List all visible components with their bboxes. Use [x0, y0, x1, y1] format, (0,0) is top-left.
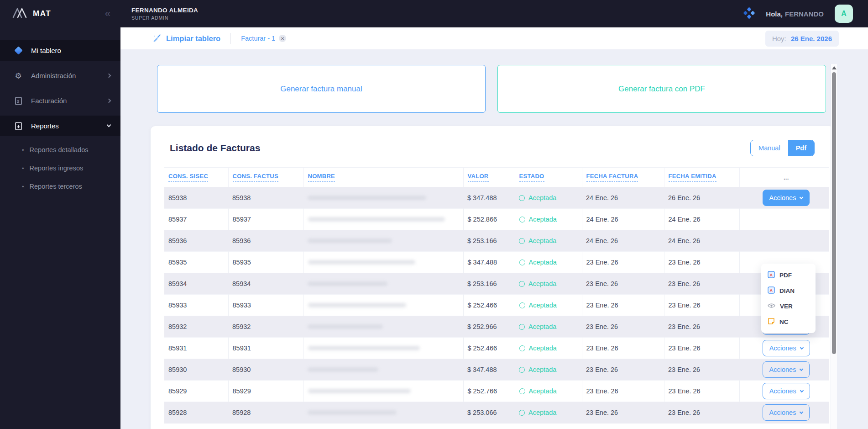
- cell-estado: Aceptada: [515, 381, 582, 402]
- cell-cons-sisec: 85938: [164, 187, 228, 209]
- row-actions-button[interactable]: Acciones: [763, 340, 810, 356]
- brand-name: MAT: [33, 9, 51, 18]
- chevron-down-icon: [800, 367, 803, 371]
- column-header-estado[interactable]: ESTADO: [515, 168, 582, 187]
- table-row: 8592985929$ 252.766Aceptada23 Ene. 2623 …: [164, 381, 829, 402]
- cell-actions: Acciones: [739, 187, 829, 209]
- redacted-name: [308, 303, 406, 307]
- column-header-fecha-emitida[interactable]: FECHA EMITIDA: [664, 168, 739, 187]
- sidebar-item-facturacion[interactable]: $Facturación: [0, 90, 120, 111]
- cell-cons-sisec: 85928: [164, 402, 228, 424]
- svg-text:$: $: [17, 99, 19, 104]
- cell-fecha-factura: 24 Ene. 26: [582, 230, 664, 252]
- column-header-fecha-factura[interactable]: FECHA FACTURA: [582, 168, 664, 187]
- scrollbar-thumb[interactable]: [832, 72, 836, 354]
- vertical-scrollbar[interactable]: [831, 64, 837, 429]
- cell-cons-sisec: 85932: [164, 316, 228, 338]
- column-header-cons-sisec[interactable]: CONS. SISEC: [164, 168, 228, 187]
- sidebar-item-mi-tablero[interactable]: Mi tablero: [0, 40, 120, 61]
- toggle-pdf-button[interactable]: Pdf: [788, 140, 814, 156]
- status-circle-icon: [519, 281, 525, 287]
- cell-nombre: [303, 230, 463, 252]
- close-tab-icon[interactable]: ✕: [279, 35, 286, 42]
- cell-estado: Aceptada: [515, 252, 582, 273]
- cell-cons-sisec: 85936: [164, 230, 228, 252]
- sidebar-subitem-reportes-detallados[interactable]: •Reportes detallados: [0, 141, 120, 159]
- cell-estado: Aceptada: [515, 273, 582, 295]
- generate-manual-invoice-button[interactable]: Generar factura manual: [157, 65, 486, 113]
- sidebar-item-label: Mi tablero: [31, 47, 110, 54]
- sidebar-subitem-reportes-terceros[interactable]: •Reportes terceros: [0, 177, 120, 196]
- generate-pdf-invoice-button[interactable]: Generar factura con PDF: [497, 65, 826, 113]
- cell-actions: Acciones: [739, 381, 829, 402]
- panel-title: Listado de Facturas: [170, 143, 260, 154]
- actions-dropdown-menu: APDFADIANVERNC: [761, 264, 816, 333]
- toggle-manual-button[interactable]: Manual: [751, 140, 788, 156]
- status-circle-icon: [519, 238, 525, 244]
- status-label: Aceptada: [528, 323, 556, 330]
- table-row: 8592885928$ 253.066Aceptada23 Ene. 2623 …: [164, 402, 829, 424]
- table-body: 8593885938$ 347.488Aceptada24 Ene. 2626 …: [164, 187, 829, 424]
- chevron-down-icon: [800, 195, 803, 199]
- row-actions-button[interactable]: Acciones: [763, 404, 810, 421]
- cell-cons-factus: 85930: [228, 359, 303, 381]
- brand-logo-icon: [12, 7, 27, 21]
- cell-actions: Acciones: [739, 338, 829, 359]
- row-actions-button[interactable]: Acciones: [763, 383, 810, 399]
- dropdown-item-dian[interactable]: ADIAN: [761, 283, 816, 298]
- redacted-name: [308, 410, 397, 415]
- brush-icon: [153, 33, 162, 44]
- cell-estado: Aceptada: [515, 316, 582, 338]
- user-role: SUPER ADMIN: [131, 15, 198, 21]
- avatar[interactable]: A: [835, 5, 853, 23]
- today-label: Hoy:: [772, 35, 786, 42]
- cell-cons-factus: 85935: [228, 252, 303, 273]
- clear-board-button[interactable]: Limpiar tablero: [153, 33, 220, 44]
- cell-cons-factus: 85928: [228, 402, 303, 424]
- pdf-file-icon: A: [768, 286, 775, 295]
- row-actions-button[interactable]: Acciones: [763, 190, 810, 206]
- user-name: FERNANDO ALMEIDA: [131, 7, 198, 14]
- cell-actions: [739, 209, 829, 230]
- dropdown-item-pdf[interactable]: APDF: [761, 267, 816, 283]
- open-tab-chip[interactable]: Facturar - 1 ✕: [241, 35, 286, 42]
- sidebar-subitem-reportes-ingresos[interactable]: •Reportes ingresos: [0, 159, 120, 177]
- cell-fecha-factura: 23 Ene. 26: [582, 402, 664, 424]
- redacted-name: [308, 324, 383, 329]
- svg-text:A: A: [770, 272, 773, 277]
- status-circle-icon: [519, 410, 525, 416]
- dropdown-item-ver[interactable]: VER: [761, 298, 816, 314]
- cell-fecha-emitida: 23 Ene. 26: [664, 381, 739, 402]
- dropdown-item-nc[interactable]: NC: [761, 314, 816, 329]
- column-header-cons-factus[interactable]: CONS. FACTUS: [228, 168, 303, 187]
- cell-cons-factus: 85929: [228, 381, 303, 402]
- content-area: Generar factura manual Generar factura c…: [120, 49, 868, 429]
- greeting: Hola,FERNANDO: [766, 10, 824, 18]
- cell-cons-sisec: 85934: [164, 273, 228, 295]
- table-header-row: CONS. SISECCONS. FACTUSNOMBREVALORESTADO…: [164, 168, 829, 187]
- cell-valor: $ 252.766: [463, 381, 515, 402]
- apps-diamonds-icon[interactable]: [743, 7, 755, 21]
- sidebar-item-reportes[interactable]: Reportes: [0, 116, 120, 136]
- cell-valor: $ 253.066: [463, 402, 515, 424]
- column-header-nombre[interactable]: NOMBRE: [303, 168, 463, 187]
- pdf-file-icon: A: [768, 271, 775, 280]
- chevron-down-icon: [800, 410, 803, 414]
- cell-fecha-emitida: 23 Ene. 26: [664, 295, 739, 316]
- column-header-valor[interactable]: VALOR: [463, 168, 515, 187]
- sidebar-collapse-icon[interactable]: «: [105, 9, 110, 19]
- scrollbar-up-arrow-icon[interactable]: [832, 66, 837, 69]
- sidebar-item-administracion[interactable]: ⚙Administración: [0, 65, 120, 86]
- cell-cons-sisec: 85937: [164, 209, 228, 230]
- cell-actions: Acciones: [739, 359, 829, 381]
- row-actions-button[interactable]: Acciones: [763, 361, 810, 378]
- cell-cons-factus: 85931: [228, 338, 303, 359]
- bullet-icon: •: [22, 147, 24, 154]
- cell-fecha-factura: 23 Ene. 26: [582, 316, 664, 338]
- cell-valor: $ 347.488: [463, 252, 515, 273]
- redacted-name: [308, 367, 378, 372]
- cell-fecha-emitida: 26 Ene. 26: [664, 187, 739, 209]
- mode-toggle: Manual Pdf: [750, 140, 815, 156]
- chevron-right-icon: [107, 74, 111, 78]
- cell-cons-sisec: 85933: [164, 295, 228, 316]
